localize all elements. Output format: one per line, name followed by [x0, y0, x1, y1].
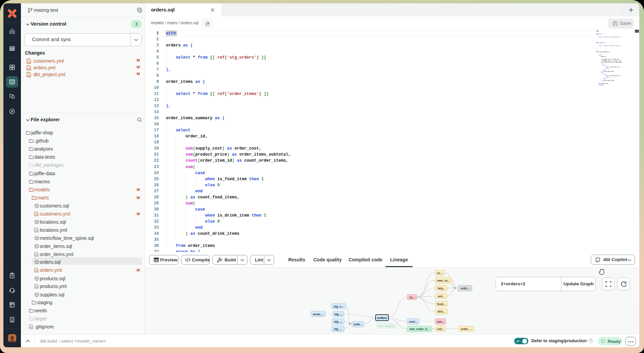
svg-text:stg_...: stg_...	[334, 320, 343, 323]
svg-text:or....: or....	[437, 271, 443, 275]
svg-text:ord...: ord...	[438, 295, 445, 298]
svg-text:orde...: orde...	[461, 287, 469, 290]
svg-text:ecom....: ecom....	[313, 313, 324, 316]
svg-text:stg_o...: stg_o...	[334, 305, 344, 308]
svg-text:ord...: ord...	[437, 327, 444, 331]
svg-text:stg_...: stg_...	[334, 313, 343, 316]
svg-text:cust...: cust...	[409, 320, 417, 323]
svg-text:new_cu...: new_cu...	[437, 279, 450, 282]
svg-text:drin...: drin...	[437, 310, 445, 313]
svg-text:stg_...: stg_...	[334, 327, 342, 331]
svg-text:larg...: larg...	[438, 287, 445, 290]
svg-text:food...: food...	[437, 302, 446, 306]
svg-text:or...: or...	[409, 296, 414, 299]
svg-text:orders: orders	[377, 316, 387, 320]
svg-text:order_...: order_...	[461, 327, 472, 331]
svg-text:test_supply...: test_supply...	[378, 324, 396, 328]
svg-text:test_order_it...: test_order_it...	[410, 327, 430, 331]
svg-text:cus...: cus...	[437, 320, 444, 323]
svg-text:orde...: orde...	[354, 323, 362, 326]
